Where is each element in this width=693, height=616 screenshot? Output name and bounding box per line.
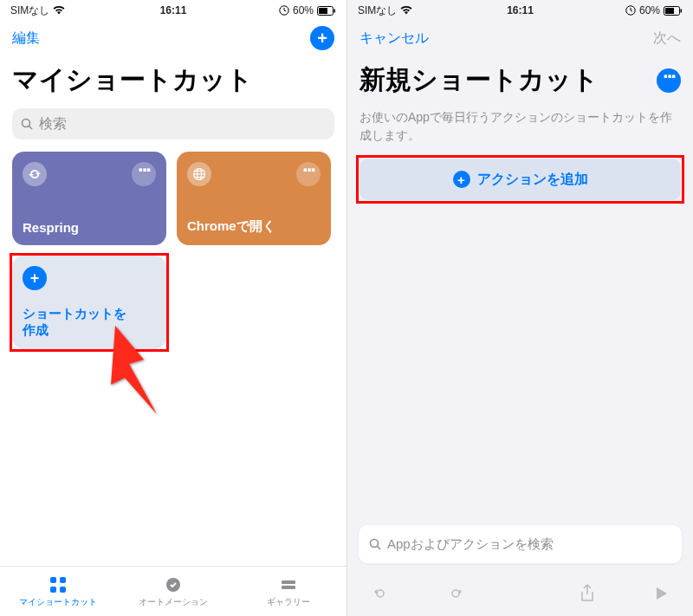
svg-rect-21 [665, 8, 674, 14]
svg-rect-22 [681, 9, 683, 12]
next-button[interactable]: 次へ [653, 29, 681, 48]
page-title: 新規ショートカット [359, 62, 599, 98]
search-placeholder: Appおよびアクションを検索 [387, 536, 554, 553]
search-icon [21, 118, 34, 131]
svg-rect-17 [282, 580, 295, 584]
tab-gallery[interactable]: ギャラリー [231, 567, 346, 616]
description-text: お使いのAppで毎日行うアクションのショートカットを作成します。 [347, 108, 693, 159]
carrier-label: SIMなし [10, 3, 49, 18]
tab-shortcuts[interactable]: マイショートカット [0, 567, 115, 616]
svg-line-5 [29, 126, 33, 129]
carrier-label: SIMなし [358, 3, 397, 18]
card-more-button[interactable]: ··· [132, 162, 156, 186]
nav-bar: キャンセル 次へ [347, 21, 693, 55]
nav-bar: 編集 + [0, 21, 346, 55]
svg-point-24 [371, 539, 379, 547]
play-button[interactable] [653, 586, 669, 601]
tab-bar: マイショートカット オートメーション ギャラリー [0, 566, 346, 616]
svg-point-4 [23, 119, 30, 126]
shortcut-card-respring[interactable]: ··· Respring [12, 152, 166, 245]
search-icon [369, 538, 382, 551]
add-action-label: アクションを追加 [477, 171, 588, 189]
battery-label: 60% [639, 4, 660, 16]
gallery-icon [279, 575, 298, 594]
plus-icon: + [23, 266, 47, 290]
svg-rect-12 [50, 577, 56, 583]
add-action-button[interactable]: + アクションを追加 [359, 159, 681, 200]
add-shortcut-button[interactable]: + [310, 26, 334, 50]
redo-button[interactable] [447, 585, 464, 602]
clock-icon [625, 5, 636, 16]
create-label-line2: 作成 [23, 322, 49, 337]
svg-rect-3 [334, 9, 336, 12]
action-search-input[interactable]: Appおよびアクションを検索 [358, 524, 683, 564]
svg-rect-18 [282, 586, 295, 589]
svg-marker-26 [657, 587, 667, 600]
create-label-line1: ショートカットを [23, 306, 126, 321]
svg-line-25 [378, 546, 381, 549]
page-title: マイショートカット [0, 55, 346, 108]
share-button[interactable] [580, 584, 595, 603]
automation-icon [164, 575, 183, 594]
status-bar: SIMなし 16:11 60% [347, 0, 693, 21]
sync-icon [23, 162, 47, 186]
create-shortcut-card[interactable]: + ショートカットを 作成 [12, 256, 166, 349]
cancel-button[interactable]: キャンセル [359, 29, 429, 48]
tab-automation[interactable]: オートメーション [115, 567, 230, 616]
battery-label: 60% [293, 4, 314, 16]
shortcuts-list-screen: SIMなし 16:11 60% 編集 + マイショートカット 検索 ··· Re… [0, 0, 346, 616]
clock-icon [279, 5, 289, 16]
svg-rect-2 [319, 8, 327, 14]
time-label: 16:11 [507, 4, 534, 16]
svg-rect-14 [50, 587, 56, 593]
wifi-icon [400, 6, 412, 15]
search-placeholder: 検索 [39, 115, 67, 133]
card-label: Chromeで開く [187, 218, 321, 235]
battery-icon [317, 6, 336, 16]
shortcut-card-chrome[interactable]: ··· Chromeで開く [177, 152, 331, 245]
status-bar: SIMなし 16:11 60% [0, 0, 346, 21]
svg-rect-15 [60, 587, 66, 593]
new-shortcut-screen: SIMなし 16:11 60% キャンセル 次へ 新規ショートカット ··· お… [346, 0, 693, 616]
bottom-toolbar [347, 571, 693, 616]
edit-button[interactable]: 編集 [12, 29, 40, 48]
battery-icon [664, 6, 683, 16]
plus-icon: + [453, 171, 470, 188]
time-label: 16:11 [160, 4, 187, 16]
undo-button[interactable] [372, 585, 389, 602]
card-label: Respring [23, 220, 156, 235]
options-button[interactable]: ··· [657, 68, 681, 93]
wifi-icon [53, 6, 65, 15]
globe-icon [187, 162, 211, 186]
search-input[interactable]: 検索 [12, 108, 334, 139]
card-more-button[interactable]: ··· [296, 162, 321, 186]
grid-icon [49, 575, 68, 594]
svg-rect-13 [60, 577, 66, 583]
